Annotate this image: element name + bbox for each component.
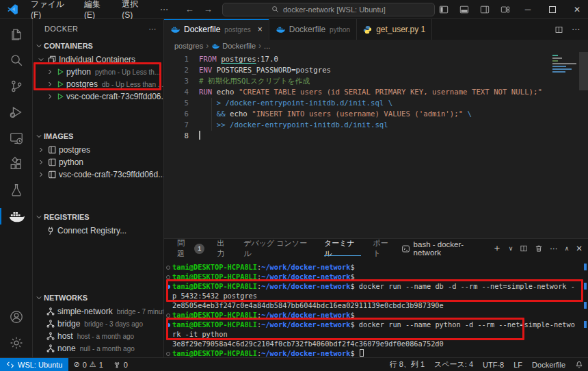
panel-tab-問題[interactable]: 問題1 <box>171 239 211 258</box>
kill-terminal-trash-icon[interactable] <box>535 244 543 253</box>
window-minimize-button[interactable]: ─ <box>517 0 539 19</box>
status-language-mode[interactable]: Dockerfile <box>527 358 570 371</box>
panel-tab-ターミナル[interactable]: ターミナル <box>318 239 367 258</box>
terminal[interactable]: tani@DESKTOP-HCPA8LI:~/work/docker-netwo… <box>164 258 588 357</box>
section-label: IMAGES <box>44 132 73 140</box>
tree-item-python[interactable]: pythonpython - Up Less th... <box>33 66 163 78</box>
tree-item-none[interactable]: nonenull - a month ago <box>33 342 163 355</box>
activity-extensions-button[interactable] <box>0 151 32 177</box>
nav-back-button[interactable]: ← <box>185 4 194 14</box>
activity-source-control-button[interactable] <box>0 73 32 99</box>
token: echo <box>230 110 252 118</box>
activity-search-button[interactable] <box>0 47 32 73</box>
panel-tab-デバッグ-コンソール[interactable]: デバッグ コンソール <box>237 239 318 258</box>
problems-badge: 1 <box>194 244 204 254</box>
problems-status[interactable]: ⊘ 0 ⚠ 1 <box>68 358 107 371</box>
terminal-path: ~/work/docker-network <box>261 320 350 329</box>
breadcrumb-file[interactable]: Dockerfile <box>222 42 256 50</box>
panel-tab-出力[interactable]: 出力 <box>211 239 237 258</box>
sidebar-more-actions-icon[interactable]: ⋯ <box>149 25 157 34</box>
image-icon <box>47 170 57 179</box>
menu-more[interactable]: ⋯ <box>154 2 174 17</box>
image-icon <box>47 157 57 167</box>
editor-more-actions-icon[interactable]: ⋯ <box>572 25 580 34</box>
token: > /docker-entrypoint-initdb.d/init.sql <box>217 99 388 107</box>
split-editor-icon[interactable] <box>554 25 563 34</box>
search-text: docker-network [WSL: Ubuntu] <box>283 5 386 14</box>
toggle-sidebar-icon[interactable] <box>435 1 453 18</box>
token: POSTGRES_PASSWORD=postgres <box>217 66 331 75</box>
toggle-secondary-sidebar-icon[interactable] <box>476 1 494 18</box>
chevron-down-icon <box>35 213 43 221</box>
remote-indicator[interactable]: WSL: Ubuntu <box>0 358 68 371</box>
maximize-panel-icon[interactable]: ∧ <box>565 245 570 252</box>
notifications-bell-icon[interactable] <box>570 358 588 371</box>
tree-item-connect-registry[interactable]: Connect Registry... <box>33 225 163 237</box>
close-panel-icon[interactable]: ✕ <box>576 244 583 253</box>
section-header-containers[interactable]: CONTAINERS <box>33 38 163 53</box>
tree-item-host[interactable]: hosthost - a month ago <box>33 330 163 342</box>
activity-docker-button[interactable] <box>0 203 32 229</box>
search-icon <box>9 53 24 68</box>
close-tab-icon[interactable]: × <box>258 25 263 34</box>
breadcrumb-folder[interactable]: postgres <box>174 42 203 50</box>
breadcrumb-symbol[interactable]: ... <box>264 42 270 50</box>
toggle-panel-icon[interactable] <box>455 1 473 18</box>
menu-file[interactable]: ファイル(F) <box>25 2 78 17</box>
tree-item-postgres[interactable]: postgres <box>33 144 163 156</box>
panel-tab-ポート[interactable]: ポート <box>367 239 401 258</box>
window-maximize-button[interactable] <box>542 0 563 19</box>
new-terminal-icon[interactable]: ＋ <box>492 242 502 255</box>
command-center-search[interactable]: docker-network [WSL: Ubuntu] <box>222 3 435 16</box>
tree-item-simple-network[interactable]: simple-networkbridge - 7 minut... <box>33 305 163 318</box>
tree-item-vsc-code-craft-73c9ffdd06[interactable]: vsc-code-craft-73c9ffdd06... <box>33 90 163 103</box>
split-terminal-icon[interactable] <box>520 244 528 253</box>
tab-get-user-py-1[interactable]: get_user.py 1 <box>357 19 432 40</box>
tree-item-individual-containers[interactable]: Individual Containers <box>33 53 163 66</box>
prompt-decoration-icon <box>166 352 170 356</box>
activity-accounts-button[interactable] <box>0 304 32 330</box>
menu-selection[interactable]: 選択(S) <box>116 2 153 17</box>
window-close-button[interactable]: ✕ <box>566 0 588 19</box>
token: # 初期化用SQLスクリプトを作成 <box>199 77 310 86</box>
ports-count: 0 <box>124 361 128 369</box>
tab-dockerfile-postgres[interactable]: Dockerfilepostgres× <box>164 19 269 40</box>
section-header-registries[interactable]: REGISTRIES <box>33 209 163 225</box>
activity-explorer-button[interactable] <box>0 21 32 47</box>
docker-sidebar: DOCKER ⋯ CONTAINERSIndividual Containers… <box>33 19 164 357</box>
token: :17.0 <box>256 55 278 64</box>
status-encoding[interactable]: UTF-8 <box>478 358 509 371</box>
prompt-decoration-icon <box>166 275 170 279</box>
panel-more-actions-icon[interactable]: ⋯ <box>550 244 558 253</box>
status-indentation[interactable]: スペース: 4 <box>429 358 478 371</box>
tree-item-vsc-code-craft-73c9ffdd06d[interactable]: vsc-code-craft-73c9ffdd06d... <box>33 168 163 181</box>
activity-run-debug-button[interactable] <box>0 99 32 125</box>
section-header-images[interactable]: IMAGES <box>33 129 163 144</box>
line-number: 7 <box>164 120 189 131</box>
docker-file-icon <box>211 42 219 50</box>
tree-item-python[interactable]: python <box>33 156 163 168</box>
docker-icon <box>276 25 285 34</box>
activity-testing-button[interactable] <box>0 177 32 203</box>
tab-dockerfile-python[interactable]: Dockerfilepython <box>269 19 357 40</box>
customize-layout-icon[interactable] <box>496 1 514 18</box>
warning-count: 1 <box>99 361 103 369</box>
terminal-select[interactable]: bash - docker-network <box>401 240 485 257</box>
terminal-dropdown-icon[interactable]: ∨ <box>509 245 513 252</box>
status-eol[interactable]: LF <box>509 358 527 371</box>
activity-remote-explorer-button[interactable] <box>0 125 32 151</box>
token <box>199 120 217 129</box>
terminal-output: 2e8505e4eb3f247c0e4a84db5847bb6044bdc16e… <box>172 301 444 309</box>
tree-item-bridge[interactable]: bridgebridge - 3 days ago <box>33 318 163 330</box>
menu-edit[interactable]: 編集(E) <box>78 2 116 17</box>
accounts-icon <box>9 309 24 324</box>
section-header-networks[interactable]: NETWORKS <box>33 290 163 305</box>
nav-forward-button[interactable]: → <box>204 4 213 14</box>
chevron-right-icon <box>37 158 45 166</box>
code-editor[interactable]: 1FROM postgres:17.02ENV POSTGRES_PASSWOR… <box>164 52 588 238</box>
activity-settings-button[interactable] <box>0 330 32 356</box>
tree-item-postgres[interactable]: postgresdb - Up Less than ... <box>33 78 163 90</box>
ports-status[interactable]: 0 <box>108 358 133 371</box>
status-cursor-position[interactable]: 行 8、列 1 <box>385 358 429 371</box>
tree-item-label: python <box>59 157 83 167</box>
